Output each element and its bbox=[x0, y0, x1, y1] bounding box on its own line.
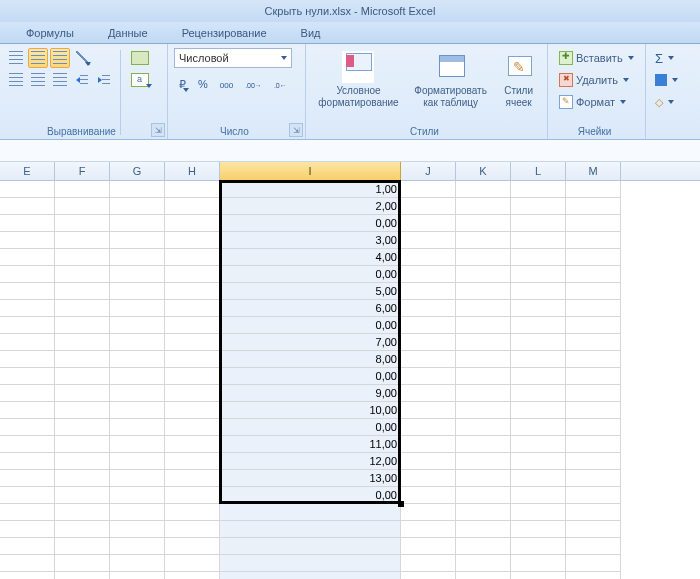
cell[interactable] bbox=[165, 300, 220, 317]
cell[interactable]: 4,00 bbox=[220, 249, 401, 266]
cell[interactable] bbox=[511, 419, 566, 436]
cell[interactable] bbox=[511, 555, 566, 572]
cell[interactable] bbox=[110, 181, 165, 198]
cell[interactable] bbox=[511, 300, 566, 317]
cell[interactable] bbox=[55, 249, 110, 266]
cell[interactable] bbox=[110, 504, 165, 521]
cell[interactable] bbox=[401, 402, 456, 419]
cell[interactable] bbox=[401, 300, 456, 317]
cell[interactable] bbox=[401, 317, 456, 334]
cell[interactable] bbox=[401, 572, 456, 579]
cell-styles-button[interactable]: Стилиячеек bbox=[498, 48, 540, 137]
cell[interactable] bbox=[401, 419, 456, 436]
cell[interactable] bbox=[456, 487, 511, 504]
cell[interactable] bbox=[0, 181, 55, 198]
cell[interactable] bbox=[566, 266, 621, 283]
alignment-dialog-launcher[interactable]: ⇲ bbox=[151, 123, 165, 137]
cell[interactable]: 1,00 bbox=[220, 181, 401, 198]
cell[interactable] bbox=[165, 555, 220, 572]
increase-indent-button[interactable] bbox=[95, 70, 115, 90]
cell[interactable] bbox=[165, 402, 220, 419]
cell[interactable] bbox=[55, 334, 110, 351]
cell[interactable] bbox=[0, 266, 55, 283]
cell[interactable] bbox=[0, 385, 55, 402]
cell[interactable] bbox=[165, 283, 220, 300]
cell[interactable]: 0,00 bbox=[220, 487, 401, 504]
cell[interactable] bbox=[456, 521, 511, 538]
cell[interactable] bbox=[0, 368, 55, 385]
cell[interactable] bbox=[511, 504, 566, 521]
cell[interactable] bbox=[110, 538, 165, 555]
cell[interactable] bbox=[566, 538, 621, 555]
cell[interactable] bbox=[456, 436, 511, 453]
wrap-text-button[interactable] bbox=[126, 48, 154, 68]
cell[interactable] bbox=[110, 334, 165, 351]
cell[interactable] bbox=[511, 572, 566, 579]
cell[interactable] bbox=[401, 215, 456, 232]
cell[interactable]: 12,00 bbox=[220, 453, 401, 470]
grid[interactable]: 1,002,000,003,004,000,005,006,000,007,00… bbox=[0, 181, 700, 579]
cell[interactable] bbox=[401, 453, 456, 470]
cell[interactable]: 0,00 bbox=[220, 266, 401, 283]
cell[interactable] bbox=[456, 317, 511, 334]
cell[interactable] bbox=[55, 470, 110, 487]
cell[interactable]: 5,00 bbox=[220, 283, 401, 300]
orientation-button[interactable] bbox=[73, 48, 93, 68]
cell[interactable] bbox=[110, 385, 165, 402]
cell[interactable] bbox=[165, 572, 220, 579]
cell[interactable] bbox=[165, 198, 220, 215]
cell[interactable] bbox=[456, 419, 511, 436]
column-header-I[interactable]: I bbox=[220, 162, 401, 180]
cell[interactable]: 9,00 bbox=[220, 385, 401, 402]
cell[interactable] bbox=[0, 402, 55, 419]
cell[interactable] bbox=[456, 555, 511, 572]
cell[interactable] bbox=[401, 521, 456, 538]
cell[interactable] bbox=[110, 436, 165, 453]
decrease-decimal-button[interactable] bbox=[269, 74, 292, 94]
cell[interactable] bbox=[456, 181, 511, 198]
increase-decimal-button[interactable] bbox=[240, 74, 267, 94]
cell[interactable] bbox=[511, 266, 566, 283]
cell[interactable] bbox=[566, 453, 621, 470]
cell[interactable] bbox=[55, 300, 110, 317]
cell[interactable] bbox=[110, 198, 165, 215]
cell[interactable] bbox=[511, 351, 566, 368]
cell[interactable] bbox=[220, 504, 401, 521]
cell[interactable] bbox=[220, 555, 401, 572]
cell[interactable] bbox=[220, 572, 401, 579]
cell[interactable] bbox=[511, 385, 566, 402]
align-bottom-button[interactable] bbox=[50, 48, 70, 68]
cell[interactable] bbox=[511, 283, 566, 300]
worksheet-area[interactable]: EFGHIJKLM 1,002,000,003,004,000,005,006,… bbox=[0, 140, 700, 579]
cell[interactable] bbox=[55, 487, 110, 504]
cell[interactable] bbox=[0, 470, 55, 487]
autosum-button[interactable] bbox=[652, 48, 681, 68]
cell[interactable] bbox=[456, 504, 511, 521]
align-top-button[interactable] bbox=[6, 48, 26, 68]
cell[interactable] bbox=[0, 334, 55, 351]
cell[interactable] bbox=[0, 453, 55, 470]
clear-button[interactable] bbox=[652, 92, 681, 112]
comma-style-button[interactable] bbox=[215, 74, 238, 94]
cell[interactable] bbox=[0, 351, 55, 368]
cell[interactable] bbox=[566, 419, 621, 436]
column-header-J[interactable]: J bbox=[401, 162, 456, 180]
cell[interactable] bbox=[511, 215, 566, 232]
cell[interactable]: 0,00 bbox=[220, 215, 401, 232]
tab-view[interactable]: Вид bbox=[295, 24, 327, 43]
cell[interactable] bbox=[511, 181, 566, 198]
cell[interactable] bbox=[110, 351, 165, 368]
number-dialog-launcher[interactable]: ⇲ bbox=[289, 123, 303, 137]
cell[interactable] bbox=[456, 334, 511, 351]
cell[interactable] bbox=[456, 453, 511, 470]
cell[interactable]: 0,00 bbox=[220, 419, 401, 436]
align-center-button[interactable] bbox=[28, 70, 48, 90]
align-middle-button[interactable] bbox=[28, 48, 48, 68]
column-header-L[interactable]: L bbox=[511, 162, 566, 180]
cell[interactable] bbox=[401, 368, 456, 385]
cell[interactable] bbox=[511, 317, 566, 334]
cell[interactable] bbox=[566, 368, 621, 385]
cell[interactable] bbox=[165, 232, 220, 249]
align-right-button[interactable] bbox=[50, 70, 70, 90]
cell[interactable] bbox=[165, 181, 220, 198]
